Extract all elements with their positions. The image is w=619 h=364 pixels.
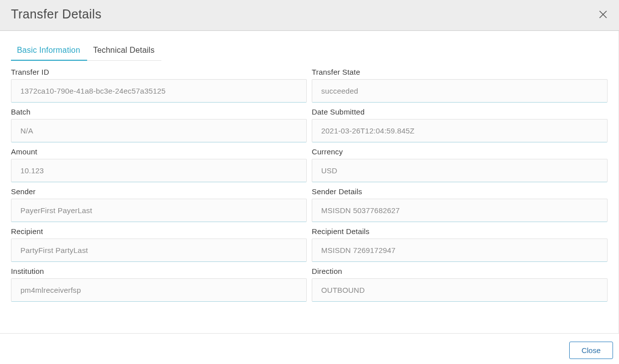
modal-title: Transfer Details bbox=[11, 7, 102, 21]
label-direction: Direction bbox=[312, 267, 608, 275]
input-date-submitted[interactable] bbox=[312, 119, 608, 142]
label-date-submitted: Date Submitted bbox=[312, 108, 608, 116]
tab-basic-information[interactable]: Basic Information bbox=[11, 43, 87, 61]
field-sender-details: Sender Details bbox=[312, 187, 608, 222]
input-currency[interactable] bbox=[312, 159, 608, 182]
label-amount: Amount bbox=[11, 147, 307, 156]
field-transfer-state: Transfer State bbox=[312, 68, 608, 103]
field-recipient-details: Recipient Details bbox=[312, 227, 608, 262]
input-direction[interactable] bbox=[312, 278, 608, 302]
field-batch: Batch bbox=[11, 108, 307, 142]
field-institution: Institution bbox=[11, 267, 307, 302]
input-sender[interactable] bbox=[11, 199, 307, 222]
input-institution[interactable] bbox=[11, 278, 307, 302]
input-recipient[interactable] bbox=[11, 239, 307, 262]
modal-footer: Close bbox=[0, 333, 619, 364]
field-currency: Currency bbox=[312, 147, 608, 182]
label-sender-details: Sender Details bbox=[312, 187, 608, 196]
field-sender: Sender bbox=[11, 187, 307, 222]
modal-body: Basic Information Technical Details Tran… bbox=[0, 31, 619, 333]
input-transfer-state[interactable] bbox=[312, 79, 608, 103]
input-recipient-details[interactable] bbox=[312, 239, 608, 262]
label-recipient: Recipient bbox=[11, 227, 307, 236]
form-grid: Transfer ID Transfer State Batch Date Su… bbox=[11, 68, 608, 302]
close-icon[interactable] bbox=[598, 9, 608, 19]
modal-header: Transfer Details bbox=[0, 0, 619, 31]
label-institution: Institution bbox=[11, 267, 307, 275]
field-direction: Direction bbox=[312, 267, 608, 302]
label-transfer-state: Transfer State bbox=[312, 68, 608, 76]
label-batch: Batch bbox=[11, 108, 307, 116]
tabs: Basic Information Technical Details bbox=[11, 43, 161, 61]
field-recipient: Recipient bbox=[11, 227, 307, 262]
tab-technical-details[interactable]: Technical Details bbox=[87, 43, 161, 61]
input-transfer-id[interactable] bbox=[11, 79, 307, 103]
label-currency: Currency bbox=[312, 147, 608, 156]
close-button[interactable]: Close bbox=[569, 342, 613, 359]
label-recipient-details: Recipient Details bbox=[312, 227, 608, 236]
label-transfer-id: Transfer ID bbox=[11, 68, 307, 76]
field-date-submitted: Date Submitted bbox=[312, 108, 608, 142]
label-sender: Sender bbox=[11, 187, 307, 196]
input-batch[interactable] bbox=[11, 119, 307, 142]
field-amount: Amount bbox=[11, 147, 307, 182]
field-transfer-id: Transfer ID bbox=[11, 68, 307, 103]
input-sender-details[interactable] bbox=[312, 199, 608, 222]
transfer-details-modal: Transfer Details Basic Information Techn… bbox=[0, 0, 619, 364]
input-amount[interactable] bbox=[11, 159, 307, 182]
